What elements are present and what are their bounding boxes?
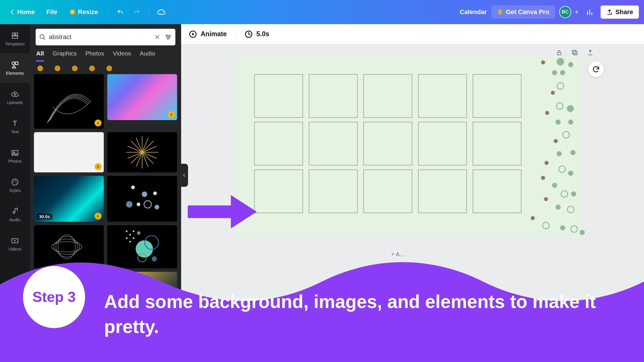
tab-graphics[interactable]: Graphics xyxy=(53,50,77,61)
separator xyxy=(108,7,108,17)
export-button[interactable] xyxy=(585,48,595,57)
filter-button[interactable] xyxy=(164,33,172,41)
result-poly[interactable] xyxy=(107,74,177,120)
styles-icon xyxy=(11,178,19,186)
refresh-icon xyxy=(592,65,600,73)
slide[interactable] xyxy=(236,56,581,237)
svg-point-38 xyxy=(144,201,152,208)
svg-rect-58 xyxy=(572,50,576,54)
svg-point-16 xyxy=(167,38,168,39)
home-button[interactable]: Home xyxy=(5,6,39,18)
grid-cell[interactable] xyxy=(309,74,358,118)
search-input[interactable] xyxy=(49,33,151,41)
audio-icon xyxy=(11,207,19,215)
step-text: Add some background, images, and element… xyxy=(104,289,627,339)
duplicate-button[interactable] xyxy=(570,48,580,57)
svg-point-33 xyxy=(131,186,135,189)
nav-label: Templates xyxy=(5,41,25,46)
grid-cell[interactable] xyxy=(473,122,522,165)
grid-cell[interactable] xyxy=(418,170,467,213)
panel-tabs: All Graphics Photos Videos Audio xyxy=(30,48,181,62)
nav-templates[interactable]: Templates xyxy=(0,24,30,53)
nav-label: Styles xyxy=(9,188,21,193)
add-collab-button[interactable]: + xyxy=(572,8,581,16)
svg-point-36 xyxy=(126,201,133,207)
crown-icon xyxy=(95,163,101,170)
top-bar-left: Home File Resize xyxy=(5,5,168,19)
result-lightning[interactable]: 30.0s xyxy=(34,176,104,222)
refresh-button[interactable] xyxy=(588,61,604,77)
file-button[interactable]: File xyxy=(42,6,62,18)
grid-cell[interactable] xyxy=(363,122,412,165)
chevron-left-icon xyxy=(9,9,16,15)
svg-rect-3 xyxy=(12,36,18,38)
nav-photos[interactable]: Photos xyxy=(0,141,30,171)
nav-label: Uploads xyxy=(7,100,23,105)
crown-icon: ♛ xyxy=(497,8,503,16)
crown-icon xyxy=(168,111,175,118)
grid-cell[interactable] xyxy=(309,170,358,213)
grid-cell[interactable] xyxy=(473,74,522,118)
lock-button[interactable] xyxy=(554,48,564,57)
svg-point-8 xyxy=(12,179,18,185)
result-white[interactable] xyxy=(34,132,104,172)
get-pro-button[interactable]: ♛ Get Canva Pro xyxy=(491,5,555,19)
grid-cell[interactable] xyxy=(363,74,412,118)
grid-cell[interactable] xyxy=(363,170,412,213)
cloud-status[interactable] xyxy=(154,5,168,19)
unlock-icon xyxy=(556,49,563,56)
chart-icon xyxy=(586,8,593,16)
redo-button[interactable] xyxy=(130,5,144,19)
tab-photos[interactable]: Photos xyxy=(85,50,104,61)
svg-line-24 xyxy=(131,141,142,152)
result-burst[interactable] xyxy=(107,132,177,172)
result-swirl[interactable] xyxy=(34,74,104,129)
svg-line-18 xyxy=(142,141,154,152)
svg-point-15 xyxy=(169,36,170,38)
search-icon xyxy=(39,34,46,41)
dots-graphic xyxy=(107,176,177,222)
insights-button[interactable] xyxy=(583,5,597,19)
svg-point-48 xyxy=(133,230,135,232)
tab-videos[interactable]: Videos xyxy=(113,50,131,61)
tab-all[interactable]: All xyxy=(36,50,44,61)
collapse-panel-button[interactable] xyxy=(181,164,188,187)
clear-search-button[interactable] xyxy=(154,34,160,40)
crown-icon xyxy=(95,120,101,126)
text-icon xyxy=(11,120,19,128)
nav-audio[interactable]: Audio xyxy=(0,200,30,229)
duplicate-icon xyxy=(571,49,578,56)
tab-audio[interactable]: Audio xyxy=(140,50,155,61)
top-bar: Home File Resize Calendar ♛ Get Canva Pr… xyxy=(0,0,644,24)
svg-point-44 xyxy=(126,230,128,232)
grid-cell[interactable] xyxy=(418,74,467,118)
step-badge: Step 3 xyxy=(23,266,85,328)
avatar[interactable]: BC xyxy=(559,6,571,18)
resize-icon xyxy=(69,9,76,15)
result-dots[interactable] xyxy=(107,176,177,222)
redo-icon xyxy=(133,8,141,16)
photos-icon xyxy=(11,149,19,157)
grid-cell[interactable] xyxy=(418,122,467,165)
grid-cell[interactable] xyxy=(473,170,522,213)
duration-button[interactable]: 5.0s xyxy=(244,30,269,38)
grid-cell[interactable] xyxy=(254,74,303,118)
duration-label: 5.0s xyxy=(256,30,269,38)
share-button[interactable]: Share xyxy=(601,5,639,19)
nav-styles[interactable]: Styles xyxy=(0,171,30,200)
nav-text[interactable]: Text xyxy=(0,112,30,141)
resize-button[interactable]: Resize xyxy=(65,6,103,18)
nav-uploads[interactable]: Uploads xyxy=(0,83,30,112)
video-duration: 30.0s xyxy=(37,213,52,219)
animate-button[interactable]: Animate xyxy=(189,30,227,38)
context-toolbar: Animate 5.0s xyxy=(181,24,644,44)
grid-cell[interactable] xyxy=(309,122,358,165)
dots-decoration xyxy=(539,56,582,237)
calendar-button[interactable]: Calendar xyxy=(455,6,491,18)
svg-point-9 xyxy=(13,181,14,182)
grid-cell[interactable] xyxy=(254,122,303,165)
svg-point-49 xyxy=(129,241,131,242)
undo-button[interactable] xyxy=(113,5,127,19)
templates-icon xyxy=(11,32,19,40)
nav-elements[interactable]: Elements xyxy=(0,53,30,83)
